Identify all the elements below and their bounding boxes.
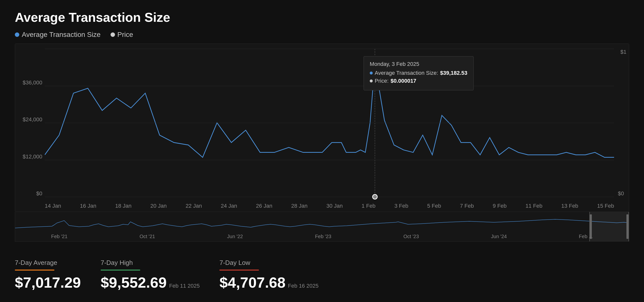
- x-label-8: 30 Jan: [326, 203, 343, 209]
- legend-price: Price: [110, 31, 133, 39]
- mini-chart-x-labels: Feb '21 Oct '21 Jun '22 Feb '23 Oct '23 …: [15, 234, 629, 239]
- mini-x-jun22: Jun '22: [227, 234, 243, 239]
- x-label-4: 22 Jan: [186, 203, 202, 209]
- stat-avg: 7-Day Average $7,017.29: [15, 259, 81, 291]
- grid-line-12k: [45, 160, 614, 160]
- x-label-1: 16 Jan: [80, 203, 96, 209]
- grid-line-36k: [45, 86, 614, 86]
- tooltip-date: Monday, 3 Feb 2025: [370, 61, 468, 67]
- tooltip-dot-blue: [370, 72, 373, 75]
- stat-high-label: 7-Day High: [101, 259, 200, 267]
- x-label-10: 3 Feb: [394, 203, 408, 209]
- x-label-2: 18 Jan: [115, 203, 132, 209]
- y-label-12k: $12,000: [18, 153, 42, 160]
- chart-title: Average Transaction Size: [15, 10, 629, 25]
- stat-low-line: [219, 269, 259, 270]
- x-label-13: 9 Feb: [493, 203, 506, 209]
- chart-area[interactable]: Monday, 3 Feb 2025 Average Transaction S…: [45, 49, 614, 197]
- y-label-36k: $36,000: [18, 80, 42, 86]
- grid-line-top: [45, 49, 614, 49]
- x-label-3: 20 Jan: [150, 203, 167, 209]
- y-axis-left: $36,000 $24,000 $12,000 $0: [15, 44, 45, 197]
- tooltip-dot-price: [370, 80, 373, 82]
- stat-low-value-row: $4,707.68 Feb 16 2025: [219, 274, 318, 291]
- x-axis: 14 Jan 16 Jan 18 Jan 20 Jan 22 Jan 24 Ja…: [45, 203, 614, 209]
- y-axis-right: $1 $0: [620, 44, 626, 197]
- stat-high: 7-Day High $9,552.69 Feb 11 2025: [101, 259, 200, 291]
- x-label-14: 11 Feb: [526, 203, 542, 209]
- tooltip: Monday, 3 Feb 2025 Average Transaction S…: [364, 56, 474, 90]
- mini-x-oct21: Oct '21: [140, 234, 155, 239]
- mini-chart-svg: [15, 212, 629, 232]
- mini-x-feb21: Feb '21: [51, 234, 68, 239]
- main-chart[interactable]: $36,000 $24,000 $12,000 $0 $1 $0 Monday,…: [15, 44, 629, 212]
- stats-section: 7-Day Average $7,017.29 7-Day High $9,55…: [15, 254, 629, 296]
- x-label-9: 1 Feb: [362, 203, 376, 209]
- avg-size-line: [45, 64, 614, 157]
- tooltip-avg-value: $39,182.53: [440, 70, 468, 76]
- x-label-0: 14 Jan: [45, 203, 61, 209]
- x-label-5: 24 Jan: [221, 203, 237, 209]
- stat-low: 7-Day Low $4,707.68 Feb 16 2025: [219, 259, 318, 291]
- y-label-24k: $24,000: [18, 116, 42, 123]
- x-label-12: 7 Feb: [460, 203, 474, 209]
- y-label-r-0: $0: [618, 190, 624, 197]
- mini-x-feb23: Feb '23: [315, 234, 332, 239]
- stat-high-line: [101, 269, 140, 270]
- legend-dot-white: [110, 33, 115, 37]
- mini-x-jun24: Jun '24: [491, 234, 507, 239]
- stat-high-date: Feb 11 2025: [169, 283, 200, 289]
- tooltip-price-label: Price:: [375, 78, 388, 84]
- tooltip-avg-row: Average Transaction Size: $39,182.53: [370, 70, 468, 76]
- tooltip-price-row: Price: $0.000017: [370, 78, 468, 84]
- legend-avg-size: Average Transaction Size: [15, 31, 101, 39]
- legend-dot-blue: [15, 33, 19, 37]
- legend-label-avg: Average Transaction Size: [22, 31, 101, 39]
- y-label-r-1: $1: [620, 49, 626, 55]
- x-label-7: 28 Jan: [291, 203, 308, 209]
- x-label-15: 13 Feb: [562, 203, 578, 209]
- tooltip-price-value: $0.000017: [390, 78, 416, 84]
- stat-high-value: $9,552.69: [101, 274, 167, 291]
- stat-avg-value-row: $7,017.29: [15, 274, 81, 291]
- x-label-11: 5 Feb: [427, 203, 441, 209]
- grid-line-0: [45, 197, 614, 197]
- x-label-6: 26 Jan: [256, 203, 272, 209]
- stat-avg-line: [15, 269, 54, 270]
- legend-label-price: Price: [118, 31, 133, 39]
- stat-low-value: $4,707.68: [219, 274, 286, 291]
- stat-avg-value: $7,017.29: [15, 274, 81, 291]
- stat-low-label: 7-Day Low: [219, 259, 318, 267]
- stat-avg-label: 7-Day Average: [15, 259, 81, 267]
- stat-low-date: Feb 16 2025: [288, 283, 318, 289]
- mini-x-feb25: Feb ...: [579, 234, 593, 239]
- mini-chart[interactable]: Feb '21 Oct '21 Jun '22 Feb '23 Oct '23 …: [15, 212, 629, 242]
- tooltip-avg-label: Average Transaction Size:: [375, 70, 438, 76]
- y-label-0k: $0: [18, 190, 42, 197]
- crosshair-dot: [372, 194, 378, 199]
- grid-line-24k: [45, 123, 614, 123]
- x-label-16: 15 Feb: [597, 203, 614, 209]
- stat-high-value-row: $9,552.69 Feb 11 2025: [101, 274, 200, 291]
- chart-legend: Average Transaction Size Price: [15, 31, 629, 39]
- mini-x-oct23: Oct '23: [403, 234, 419, 239]
